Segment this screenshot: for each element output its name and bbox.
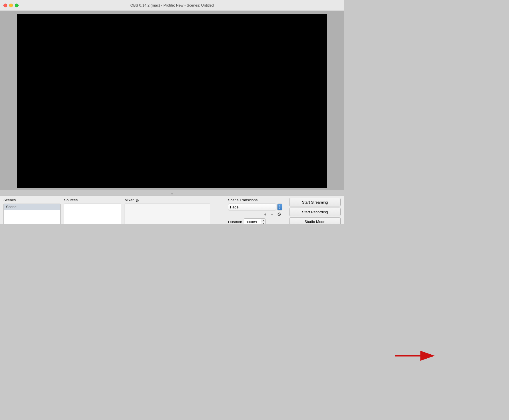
transition-settings-button[interactable]: ⚙ (276, 212, 282, 217)
duration-row: Duration ▲ ▼ (228, 218, 282, 224)
scenes-section: Scenes Scene + − ∧ ∨ (3, 198, 61, 224)
sources-section: Sources + − ⚙ ∧ ∨ (64, 198, 121, 224)
transition-remove-button[interactable]: − (270, 212, 274, 217)
traffic-lights (3, 3, 19, 7)
duration-stepper-down[interactable]: ▼ (261, 222, 265, 224)
sources-list[interactable] (64, 204, 121, 224)
transition-add-button[interactable]: + (263, 212, 268, 217)
minimize-button[interactable] (9, 3, 13, 7)
studio-mode-button[interactable]: Studio Mode (289, 217, 341, 224)
mixer-label: Mixer (125, 198, 134, 202)
mixer-section: Mixer ⚙ (125, 198, 210, 224)
mixer-list (125, 204, 210, 224)
transitions-label: Scene Transitions (228, 198, 282, 202)
action-buttons: Start Streaming Start Recording Studio M… (289, 198, 341, 224)
duration-stepper[interactable]: ▲ ▼ (261, 218, 266, 224)
titlebar: OBS 0.14.2 (mac) - Profile: New - Scenes… (0, 0, 344, 11)
select-arrows-icon[interactable]: ▲ ▼ (277, 204, 282, 210)
duration-input-wrap: ▲ ▼ (244, 218, 266, 224)
mixer-gear-icon[interactable]: ⚙ (135, 198, 139, 203)
close-button[interactable] (3, 3, 7, 7)
transition-select[interactable]: Fade Cut (228, 204, 276, 210)
transitions-controls: Fade Cut ▲ ▼ + − ⚙ Duration (228, 204, 282, 224)
transition-icons-row: + − ⚙ (228, 212, 282, 217)
preview-indicator (0, 191, 344, 195)
sources-label: Sources (64, 198, 121, 202)
scenes-list[interactable]: Scene (3, 204, 61, 224)
scene-item[interactable]: Scene (4, 204, 60, 210)
start-recording-button[interactable]: Start Recording (289, 208, 341, 216)
duration-label: Duration (228, 220, 242, 224)
duration-stepper-up[interactable]: ▲ (261, 219, 265, 222)
spacer (214, 198, 225, 224)
window-title: OBS 0.14.2 (mac) - Profile: New - Scenes… (130, 3, 214, 7)
scenes-label: Scenes (3, 198, 61, 202)
start-streaming-button[interactable]: Start Streaming (289, 198, 341, 206)
panels-row: Scenes Scene + − ∧ ∨ Sources + − ⚙ ∧ ∨ (0, 196, 344, 224)
bottom-panel: Scenes Scene + − ∧ ∨ Sources + − ⚙ ∧ ∨ (0, 195, 344, 224)
maximize-button[interactable] (15, 3, 19, 7)
preview-container (0, 11, 344, 190)
mixer-label-row: Mixer ⚙ (125, 198, 210, 204)
preview-canvas (17, 14, 327, 188)
transitions-section: Scene Transitions Fade Cut ▲ ▼ + − ⚙ (228, 198, 282, 224)
fade-row: Fade Cut ▲ ▼ (228, 204, 282, 210)
duration-input[interactable] (244, 218, 261, 224)
